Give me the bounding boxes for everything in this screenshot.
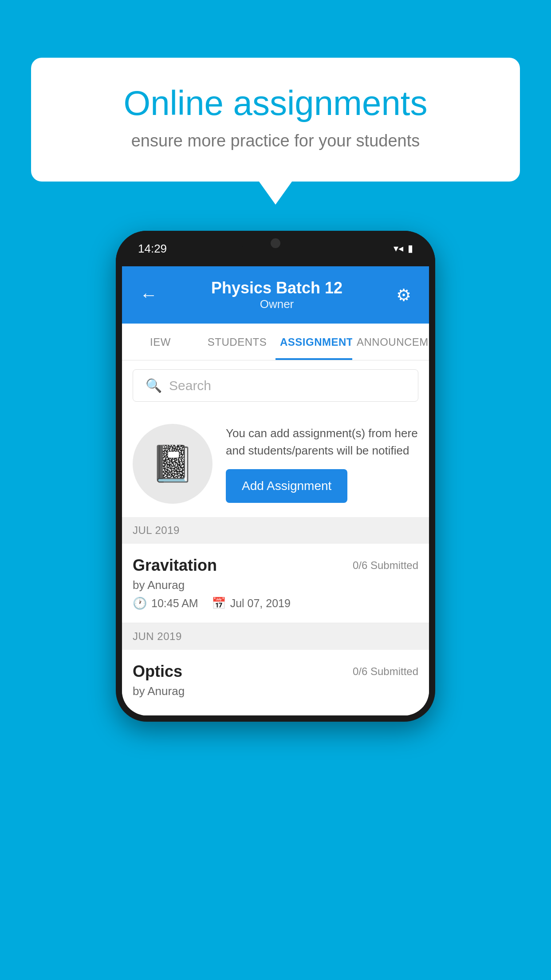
assignment-top-row-optics: Optics 0/6 Submitted (133, 662, 418, 681)
app-header: ← Physics Batch 12 Owner ⚙ (122, 266, 429, 324)
header-title: Physics Batch 12 (211, 279, 342, 297)
info-description: You can add assignment(s) from here and … (226, 425, 418, 459)
notebook-icon: 📓 (150, 443, 195, 485)
add-assignment-button[interactable]: Add Assignment (226, 469, 347, 503)
assignment-by-optics: by Anurag (133, 684, 418, 698)
status-bar: 14:29 ▾◂ ▮ (116, 231, 435, 266)
status-time: 14:29 (138, 242, 167, 256)
speech-bubble: Online assignments ensure more practice … (31, 58, 520, 182)
phone-screen: ← Physics Batch 12 Owner ⚙ IEW STUDENTS … (122, 266, 429, 715)
tab-iew[interactable]: IEW (122, 324, 199, 360)
section-header-jul: JUL 2019 (122, 517, 429, 544)
assignment-date: 📅 Jul 07, 2019 (212, 597, 291, 610)
status-icons: ▾◂ ▮ (394, 243, 413, 254)
assignment-item-gravitation[interactable]: Gravitation 0/6 Submitted by Anurag 🕐 10… (122, 544, 429, 623)
assignment-top-row: Gravitation 0/6 Submitted (133, 556, 418, 575)
search-icon: 🔍 (146, 378, 162, 393)
clock-icon: 🕐 (133, 597, 147, 610)
header-subtitle: Owner (211, 297, 342, 311)
assignment-item-optics[interactable]: Optics 0/6 Submitted by Anurag (122, 650, 429, 715)
assignment-submitted: 0/6 Submitted (353, 559, 418, 572)
assignment-submitted-optics: 0/6 Submitted (353, 665, 418, 678)
tab-assignments[interactable]: ASSIGNMENTS (276, 324, 352, 360)
bubble-title: Online assignments (67, 84, 484, 122)
wifi-icon: ▾◂ (394, 243, 403, 254)
assignment-by: by Anurag (133, 578, 418, 592)
notch (240, 231, 311, 255)
search-bar[interactable]: 🔍 Search (133, 369, 418, 402)
speech-bubble-container: Online assignments ensure more practice … (31, 58, 520, 182)
phone-mockup: 14:29 ▾◂ ▮ ← Physics Batch 12 Owner ⚙ IE… (116, 231, 435, 722)
back-button[interactable]: ← (140, 285, 157, 305)
camera-dot (271, 238, 280, 248)
assignment-time: 🕐 10:45 AM (133, 597, 198, 610)
search-container: 🔍 Search (122, 360, 429, 411)
header-center: Physics Batch 12 Owner (211, 279, 342, 311)
assignment-meta: 🕐 10:45 AM 📅 Jul 07, 2019 (133, 597, 418, 610)
tabs-bar: IEW STUDENTS ASSIGNMENTS ANNOUNCEME (122, 324, 429, 360)
section-header-jun: JUN 2019 (122, 623, 429, 650)
battery-icon: ▮ (408, 243, 413, 254)
bubble-subtitle: ensure more practice for your students (67, 131, 484, 150)
notebook-icon-container: 📓 (133, 424, 213, 504)
calendar-icon: 📅 (212, 597, 226, 610)
assignment-name-optics: Optics (133, 662, 182, 681)
info-section: 📓 You can add assignment(s) from here an… (122, 411, 429, 517)
tab-students[interactable]: STUDENTS (199, 324, 276, 360)
info-text-area: You can add assignment(s) from here and … (226, 425, 418, 503)
tab-announcements[interactable]: ANNOUNCEME (352, 324, 429, 360)
search-input[interactable]: Search (169, 378, 211, 393)
settings-icon[interactable]: ⚙ (396, 285, 411, 305)
assignment-name: Gravitation (133, 556, 217, 575)
